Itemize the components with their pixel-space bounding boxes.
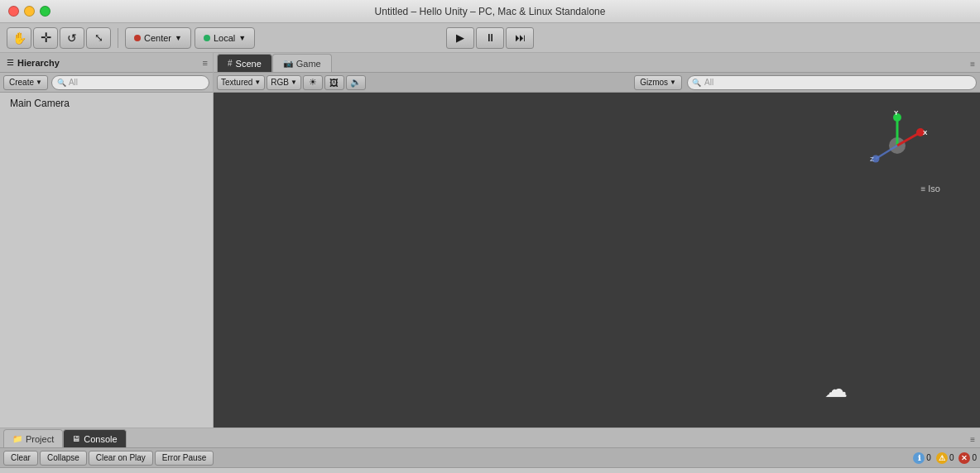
center-chevron-icon: ▼ [175,34,182,42]
scene-search-box[interactable]: 🔍 All [687,75,977,90]
window-title: Untitled – Hello Unity – PC, Mac & Linux… [375,6,606,17]
iso-label: ≡ Iso [920,184,940,194]
search-icon: 🔍 [57,79,66,87]
tab-game[interactable]: 📷 Game [272,54,332,72]
hierarchy-tab-icon: ☰ [7,58,14,67]
console-tab-icon: 🖥 [72,434,80,443]
scene-viewport[interactable]: Y X Z ≡ Iso ☁ [214,93,980,428]
hand-tool-button[interactable]: ✋ [7,27,31,49]
textured-dropdown[interactable]: Textured ▼ [217,75,265,90]
collapse-button[interactable]: Collapse [40,451,87,466]
scene-tab-label: Scene [236,59,262,69]
step-button[interactable]: ⏭ [506,27,534,49]
scene-tabs-menu-icon[interactable]: ≡ [970,60,975,69]
pause-button[interactable]: ⏸ [476,27,504,49]
iso-text: Iso [928,184,940,194]
maximize-button[interactable] [40,6,50,17]
hierarchy-header: Create ▼ 🔍 All [0,73,213,93]
clear-on-play-label: Clear on Play [96,453,146,462]
hierarchy-tab-label: Hierarchy [17,58,60,68]
play-button[interactable]: ▶ [446,27,474,49]
audio-icon-button[interactable]: 🔈 [346,75,366,90]
hierarchy-search-value: All [69,78,78,87]
close-button[interactable] [8,6,19,17]
scene-gizmo[interactable]: Y X Z [864,109,930,175]
play-controls: ▶ ⏸ ⏭ [446,27,534,49]
svg-text:Y: Y [894,109,899,117]
bottom-tabs-menu-icon[interactable]: ≡ [970,435,975,444]
bottom-tabs: 📁 Project 🖥 Console ≡ [0,428,980,448]
game-tab-label: Game [296,59,321,69]
cloud-icon: ☁ [824,375,848,403]
rgb-dropdown[interactable]: RGB ▼ [267,75,301,90]
move-icon: ✛ [41,30,51,45]
error-icon: ✕ [958,452,970,464]
hierarchy-item-label: Main Camera [10,98,70,109]
sun-icon-button[interactable]: ☀ [303,75,323,90]
tab-console[interactable]: 🖥 Console [63,429,126,447]
center-button[interactable]: Center ▼ [125,27,191,49]
rgb-chevron-icon: ▼ [291,79,297,86]
hierarchy-menu-icon[interactable]: ≡ [203,58,208,68]
hierarchy-search-box[interactable]: 🔍 All [51,75,209,90]
clear-button[interactable]: Clear [3,451,38,466]
gizmos-label: Gizmos [640,78,668,87]
status-badges: ℹ 0 ⚠ 0 ✕ 0 [913,452,977,464]
info-count: 0 [926,453,931,462]
gizmos-chevron-icon: ▼ [670,79,676,86]
warning-badge: ⚠ 0 [936,452,954,464]
create-button[interactable]: Create ▼ [3,75,48,90]
image-icon-button[interactable]: 🖼 [324,75,344,90]
warning-count: 0 [949,453,954,462]
audio-icon: 🔈 [350,77,362,88]
scene-tab-hash-icon: # [228,59,233,68]
minimize-button[interactable] [24,6,35,17]
error-pause-label: Error Pause [162,453,206,462]
project-tab-label: Project [26,434,54,444]
local-dot-icon [204,35,210,41]
gizmos-button[interactable]: Gizmos ▼ [634,75,682,90]
move-tool-button[interactable]: ✛ [33,27,58,49]
error-count: 0 [972,453,977,462]
collapse-label: Collapse [47,453,79,462]
svg-text:X: X [923,129,928,136]
image-icon: 🖼 [329,78,339,88]
bottom-content [0,468,980,473]
main-toolbar: ✋ ✛ ↺ ⤡ Center ▼ Local ▼ ▶ ⏸ ⏭ [0,23,980,53]
error-pause-button[interactable]: Error Pause [155,451,214,466]
console-tab-label: Console [84,434,117,444]
transform-tools: ✋ ✛ ↺ ⤡ [7,27,111,49]
textured-chevron-icon: ▼ [254,79,261,86]
window-controls [8,6,50,17]
create-label: Create [9,78,34,87]
hierarchy-panel: ☰ Hierarchy ≡ Create ▼ 🔍 All Main Camera [0,53,214,428]
list-item[interactable]: Main Camera [3,96,209,111]
rotate-tool-button[interactable]: ↺ [60,27,84,49]
tab-project[interactable]: 📁 Project [3,429,63,447]
textured-label: Textured [221,78,252,87]
titlebar: Untitled – Hello Unity – PC, Mac & Linux… [0,0,980,23]
tab-scene[interactable]: # Scene [217,54,272,72]
local-button[interactable]: Local ▼ [195,27,255,49]
content-area: ☰ Hierarchy ≡ Create ▼ 🔍 All Main Camera [0,53,980,428]
center-dot-icon [134,35,141,41]
scene-search-icon: 🔍 [692,79,701,87]
clear-on-play-button[interactable]: Clear on Play [89,451,153,466]
local-chevron-icon: ▼ [238,34,246,42]
center-label: Center [144,33,171,43]
scene-tabs: # Scene 📷 Game ≡ [214,53,980,73]
local-label: Local [214,33,235,43]
scene-toolbar: Textured ▼ RGB ▼ ☀ 🖼 🔈 Gizmos ▼ 🔍 [214,73,980,93]
iso-lines-icon: ≡ [920,184,925,194]
sun-icon: ☀ [309,77,317,88]
toolbar-separator [118,28,118,48]
scale-tool-button[interactable]: ⤡ [86,27,111,49]
rotate-icon: ↺ [67,31,77,45]
scene-game-panel: # Scene 📷 Game ≡ Textured ▼ RGB ▼ ☀ [214,53,980,428]
bottom-panels: 📁 Project 🖥 Console ≡ Clear Collapse Cle… [0,428,980,473]
svg-text:Z: Z [870,155,874,163]
game-tab-camera-icon: 📷 [283,59,293,68]
play-icon: ▶ [456,31,464,44]
scale-icon: ⤡ [94,31,103,44]
hand-icon: ✋ [12,31,26,45]
